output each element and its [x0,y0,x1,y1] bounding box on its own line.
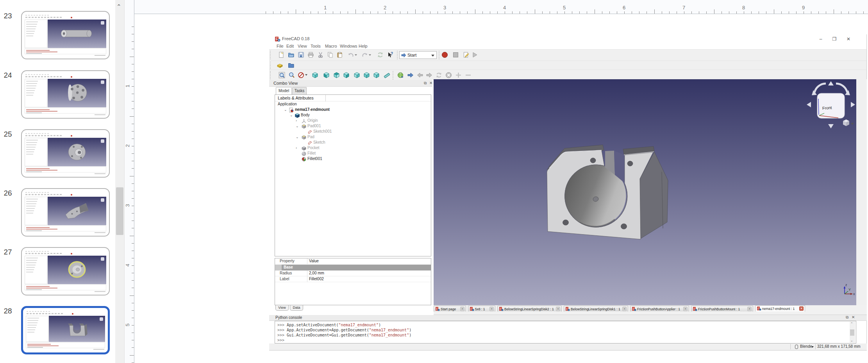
zoom-icon[interactable] [288,72,295,78]
page-thumbnail[interactable] [21,70,110,119]
menu-edit[interactable]: Edit [286,44,294,48]
close-button[interactable]: ✕ [843,34,854,44]
tree-item-pad001[interactable]: ⌄Pad001 [275,124,431,129]
tab-close-icon[interactable]: ✕ [489,307,494,311]
whatsthis-icon[interactable]: ? [387,52,393,58]
page-thumbnail[interactable] [21,11,110,59]
edit-macro-icon[interactable] [463,52,470,58]
tab-close-icon[interactable]: ✕ [799,306,804,311]
copy-icon[interactable] [327,52,334,58]
fit-all-icon[interactable] [279,72,285,78]
view-front-icon[interactable] [323,72,330,78]
thumbnails-scrollbar[interactable]: ⌃ [115,0,124,363]
maximize-button[interactable]: ❐ [829,34,840,44]
paste-icon[interactable] [336,52,343,58]
console-scrollbar[interactable]: ⌃ ⌄ [850,322,855,343]
chevron-expanded-icon[interactable]: ⌄ [290,113,293,117]
save-icon[interactable] [298,52,304,58]
draw-style-icon[interactable] [298,72,304,78]
view-right-icon[interactable] [343,72,350,78]
document-tab[interactable]: FFrictionPushButtonApplier : 1✕ [630,306,689,311]
tree-item-application[interactable]: Application [275,102,431,107]
tab-close-icon[interactable]: ✕ [556,307,560,311]
tab-close-icon[interactable]: ✕ [460,307,464,311]
undo-dropdown-icon[interactable] [355,54,357,56]
scrollbar-thumb[interactable] [116,187,123,235]
page-thumbnail[interactable] [21,247,110,295]
tab-close-icon[interactable]: ✕ [747,307,752,311]
chevron-collapsed-icon[interactable]: › [296,119,297,123]
print-icon[interactable] [307,52,314,58]
menu-help[interactable]: Help [359,44,368,48]
tree-item-nema17-endmount[interactable]: ⌄nema17-endmount [275,107,431,113]
zoom-in-icon[interactable] [455,72,462,78]
workbench-selector[interactable]: Start [399,51,437,59]
nav-stop-icon[interactable] [445,72,452,78]
chevron-expanded-icon[interactable]: ⌄ [296,124,299,128]
redo-dropdown-icon[interactable] [369,54,371,56]
property-row[interactable]: Radius2,00 mm [275,270,431,276]
redo-icon[interactable] [361,52,368,58]
document-tab[interactable]: Fnema17-endmount : 1✕ [755,305,805,311]
nav-style-label[interactable]: Blende [800,344,812,349]
nav-refresh-icon[interactable] [436,72,442,78]
console-scroll-up-icon[interactable]: ⌃ [850,322,853,326]
chevron-expanded-icon[interactable]: ⌄ [296,135,299,139]
tree-item-fillet001[interactable]: Fillet001 [275,157,431,162]
page-thumbnail[interactable] [21,129,110,178]
page-thumbnail[interactable] [21,306,110,354]
combo-view-float-icon[interactable]: ⧉ [424,81,428,85]
nav-back-icon[interactable] [417,72,423,78]
play-icon[interactable] [472,52,478,58]
tree-item-pad[interactable]: ⌄Pad [275,135,431,140]
tab-view[interactable]: View [275,305,289,311]
undo-icon[interactable] [348,52,354,58]
view-left-icon[interactable] [373,72,380,78]
cut-icon[interactable] [317,52,324,58]
axonometric-icon[interactable] [312,72,318,78]
scrollbar-up-icon[interactable]: ⌃ [116,3,123,10]
tab-tasks[interactable]: Tasks [292,87,307,94]
new-icon[interactable] [278,52,285,58]
document-tab[interactable]: FBelowStringLinearSpringDisk1 : 1✕ [564,306,628,311]
nav-forward-icon[interactable] [426,72,432,78]
open-icon[interactable] [288,52,295,58]
zoom-out-icon[interactable] [465,72,472,78]
3d-viewport[interactable]: Front z x Y [434,79,856,305]
chevron-collapsed-icon[interactable]: › [296,146,297,150]
python-console-close-icon[interactable]: ✕ [852,315,856,319]
refresh-icon[interactable] [377,52,384,58]
python-console[interactable]: ⌃ ⌄ >>> App.setActiveDocument("nema17_en… [275,321,856,343]
tree-item-pocket[interactable]: ›Pocket [275,146,431,151]
tab-close-icon[interactable]: ✕ [622,307,627,311]
property-row[interactable]: LabelFillet002 [275,276,431,282]
menu-view[interactable]: View [298,44,307,48]
combo-view-close-icon[interactable]: ✕ [429,81,434,85]
draw-style-dropdown-icon[interactable] [305,74,307,76]
menu-file[interactable]: File [277,44,284,48]
nav-style-dropdown-icon[interactable] [811,346,814,348]
tab-close-icon[interactable]: ✕ [683,307,688,311]
web-forward-icon[interactable] [407,72,414,78]
tree-item-sketch001[interactable]: Sketch001 [275,129,431,135]
document-tab[interactable]: F5x8 : 1✕ [468,306,495,311]
document-tab[interactable]: FFrictionPushButtonMount : 1✕ [691,306,753,311]
python-console-float-icon[interactable]: ⧉ [846,315,850,319]
tree-item-body[interactable]: ⌄Body [275,113,431,118]
measure-icon[interactable] [384,72,390,78]
tab-model[interactable]: Model [276,87,292,94]
stop-icon[interactable] [452,52,459,58]
open-folder-icon[interactable] [288,62,295,69]
tree-item-fillet[interactable]: Fillet [275,151,431,157]
document-tab[interactable]: FStart page✕ [434,306,466,311]
minimize-button[interactable]: – [815,34,827,44]
console-scroll-down-icon[interactable]: ⌄ [850,339,853,342]
page-thumbnail[interactable] [21,188,110,237]
tab-data[interactable]: Data [290,305,303,311]
menu-tools[interactable]: Tools [311,44,321,48]
view-bottom-icon[interactable] [363,72,370,78]
view-top-icon[interactable] [333,72,340,78]
tree-item-sketch[interactable]: Sketch [275,140,431,146]
web-home-icon[interactable] [397,72,404,78]
menu-macro[interactable]: Macro [325,44,337,48]
